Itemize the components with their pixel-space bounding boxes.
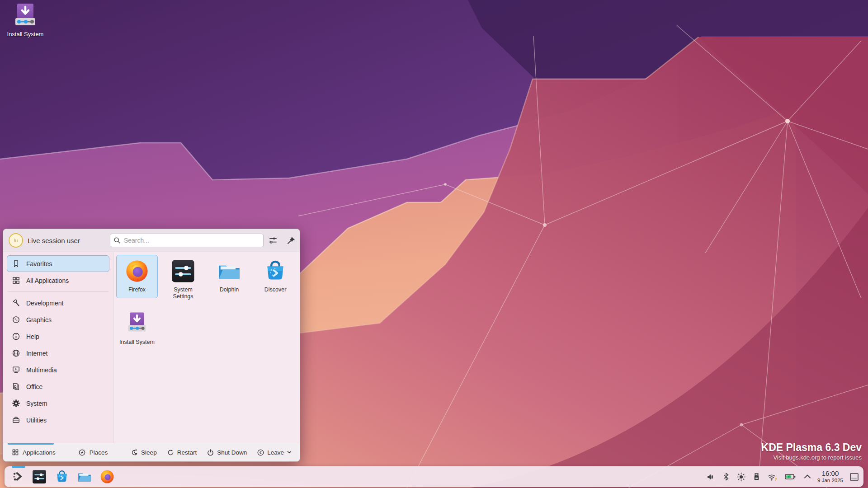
sidebar-item-office[interactable]: Office: [7, 378, 109, 395]
bluetooth-icon[interactable]: [722, 472, 730, 481]
app-tile-system-settings[interactable]: System Settings: [162, 255, 204, 298]
info-icon: [12, 332, 20, 341]
compass-icon: [78, 449, 86, 456]
document-icon: [12, 382, 20, 391]
app-tile-label: Dolphin: [220, 286, 239, 293]
dolphin-icon: [217, 258, 242, 284]
grid-icon: [12, 276, 20, 285]
sidebar-item-label: Help: [26, 333, 39, 340]
sidebar-item-label: Multimedia: [26, 366, 57, 374]
restart-icon: [167, 449, 175, 456]
digital-clock[interactable]: 16:00 9 Jan 2025: [817, 470, 843, 483]
system-settings-icon: [32, 469, 47, 484]
sidebar-separator: [8, 291, 108, 292]
svg-text:?: ?: [775, 477, 778, 481]
app-tile-label: System Settings: [167, 286, 199, 300]
action-label: Restart: [177, 449, 197, 456]
favorites-grid: Firefox System Settings Dolphin Discover: [113, 252, 300, 443]
firefox-icon: [124, 258, 150, 284]
system-tray: ?: [706, 472, 812, 482]
gear-icon: [12, 399, 20, 408]
sidebar-item-system[interactable]: System: [7, 395, 109, 412]
chevron-down-icon: [287, 450, 292, 455]
media-icon: [12, 366, 20, 374]
sidebar-item-label: All Applications: [26, 277, 69, 284]
sidebar-item-graphics[interactable]: Graphics: [7, 311, 109, 328]
install-system-icon: [11, 3, 40, 30]
launcher-sidebar: Favorites All Applications: [3, 252, 113, 443]
plasma-credit: KDE Plasma 6.3 Dev Visit bugs.kde.org to…: [761, 441, 862, 461]
sidebar-item-label: Favorites: [26, 260, 52, 267]
clock-time: 16:00: [817, 470, 843, 478]
desktop: Install System KDE Plasma 6.3 Dev Visit …: [0, 0, 868, 488]
shut-down-button[interactable]: Shut Down: [202, 449, 252, 456]
taskbar-item-discover[interactable]: [52, 466, 72, 487]
search-box: [110, 234, 264, 247]
user-avatar[interactable]: lu: [9, 233, 23, 248]
pin-icon[interactable]: [286, 235, 296, 245]
search-icon: [113, 236, 121, 244]
user-name: Live session user: [28, 237, 80, 244]
action-label: Leave: [267, 449, 284, 456]
clock-date: 9 Jan 2025: [817, 478, 843, 483]
taskbar-item-system-settings[interactable]: [29, 466, 50, 487]
volume-icon[interactable]: [706, 472, 716, 482]
app-tile-label: Install System: [119, 339, 155, 346]
wifi-icon[interactable]: ?: [767, 472, 778, 482]
leave-icon: [257, 449, 264, 456]
toolbox-icon: [12, 416, 20, 424]
app-tile-dolphin[interactable]: Dolphin: [208, 255, 250, 298]
app-tile-discover[interactable]: Discover: [255, 255, 296, 298]
tab-label: Places: [90, 449, 108, 456]
search-input[interactable]: [110, 234, 264, 247]
sleep-button[interactable]: Sleep: [126, 449, 162, 456]
launcher-header: lu Live session user: [3, 229, 300, 252]
application-launcher-popup: lu Live session user: [3, 229, 300, 462]
install-system-icon: [124, 311, 150, 336]
application-launcher-icon: [12, 471, 24, 483]
hammer-icon: [12, 299, 20, 307]
tab-places[interactable]: Places: [72, 443, 114, 461]
sidebar-item-utilities[interactable]: Utilities: [7, 412, 109, 428]
app-tile-firefox[interactable]: Firefox: [116, 255, 158, 298]
discover-icon: [263, 258, 288, 284]
sidebar-item-all-applications[interactable]: All Applications: [7, 272, 109, 289]
application-launcher-button[interactable]: [9, 466, 27, 487]
sidebar-item-favorites[interactable]: Favorites: [7, 255, 109, 272]
desktop-shortcut-install-system[interactable]: Install System: [4, 3, 47, 38]
battery-icon[interactable]: [784, 472, 797, 481]
sidebar-item-internet[interactable]: Internet: [7, 345, 109, 361]
plasma-bugs-text: Visit bugs.kde.org to report issues: [761, 454, 862, 461]
globe-icon: [12, 349, 20, 357]
taskbar-item-dolphin[interactable]: [74, 466, 95, 487]
firefox-icon: [99, 469, 115, 484]
sidebar-item-label: Development: [26, 300, 64, 307]
system-settings-icon: [170, 258, 196, 284]
sidebar-item-multimedia[interactable]: Multimedia: [7, 361, 109, 378]
sidebar-item-label: Graphics: [26, 316, 52, 324]
tab-applications[interactable]: Applications: [6, 443, 61, 461]
app-tile-label: Firefox: [128, 286, 146, 293]
active-task-indicator: [12, 466, 25, 468]
sidebar-item-label: Internet: [26, 350, 47, 357]
leave-button[interactable]: Leave: [252, 449, 297, 456]
restart-button[interactable]: Restart: [162, 449, 202, 456]
discover-icon: [54, 469, 70, 484]
launcher-footer: Applications Places Sleep: [3, 443, 300, 461]
show-desktop-icon: [849, 473, 859, 481]
plasma-version-text: KDE Plasma 6.3 Dev: [761, 441, 862, 454]
action-label: Sleep: [141, 449, 157, 456]
power-icon: [207, 449, 214, 456]
configure-icon[interactable]: [268, 235, 278, 245]
peek-desktop-button[interactable]: [849, 473, 859, 481]
app-tile-install-system[interactable]: Install System: [116, 307, 158, 351]
taskbar-item-firefox[interactable]: [97, 466, 118, 487]
removable-device-icon[interactable]: [752, 472, 761, 481]
sidebar-item-label: System: [26, 400, 47, 407]
expand-tray-icon[interactable]: [803, 472, 812, 481]
sidebar-item-development[interactable]: Development: [7, 295, 109, 311]
desktop-shortcut-label: Install System: [4, 31, 47, 38]
sidebar-item-help[interactable]: Help: [7, 328, 109, 345]
sidebar-item-label: Office: [26, 383, 42, 390]
brightness-icon[interactable]: [736, 472, 746, 482]
